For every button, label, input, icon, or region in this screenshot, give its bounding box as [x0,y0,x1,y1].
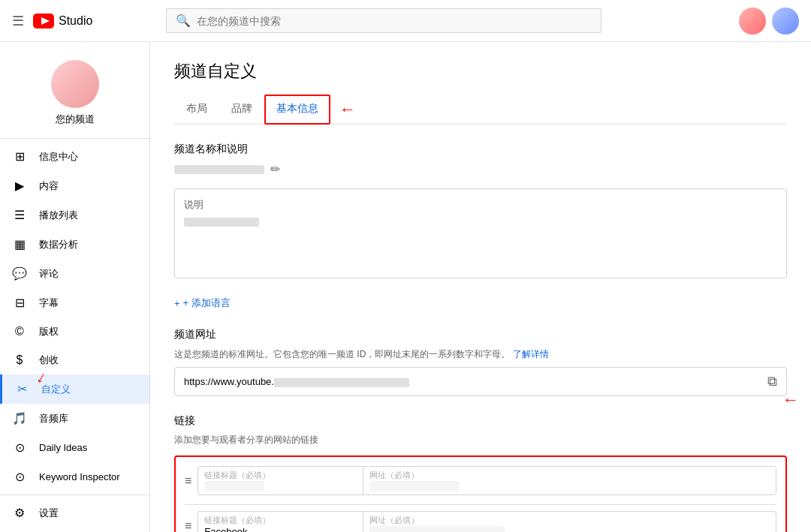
sidebar-item-customize[interactable]: ✂ 自定义 [0,374,149,404]
sidebar-label-dashboard: 信息中心 [39,150,78,164]
tab-brand[interactable]: 品牌 [219,95,264,125]
url-desc-text: 这是您频道的标准网址。它包含您的唯一频道 ID，即网址末尾的一系列数字和字母。 [174,349,510,359]
divider [0,138,149,139]
sidebar-label-copyright: 版权 [39,325,59,338]
drag-handle-2[interactable]: ≡ [185,519,191,532]
daily-ideas-icon: ⊙ [12,440,27,455]
link-row-1: ≡ 链接标题（必填） 网址（必填） [185,466,776,495]
layout: 您的频道 ⊞ 信息中心 ▶ 内容 ☰ 播放列表 ▦ 数据分析 💬 评论 ⊟ 字幕… [0,42,811,532]
studio-label: Studio [59,14,92,28]
link1-title-placeholder: 链接标题（必填） [204,470,357,481]
desc-content-blurred [184,218,259,227]
sidebar: 您的频道 ⊞ 信息中心 ▶ 内容 ☰ 播放列表 ▦ 数据分析 💬 评论 ⊟ 字幕… [0,42,150,532]
link1-title-value[interactable] [204,481,264,491]
tab-layout[interactable]: 布局 [174,95,219,125]
comments-icon: 💬 [12,266,27,281]
copyright-icon: © [12,325,27,338]
sidebar-item-subtitles[interactable]: ⊟ 字幕 [0,288,149,317]
sidebar-label-audio: 音频库 [39,412,68,425]
sidebar-item-copyright[interactable]: © 版权 [0,317,149,346]
add-language-icon: + [174,298,180,309]
links-description: 添加您要与观看者分享的网站的链接 [174,434,787,446]
sidebar-item-content[interactable]: ▶ 内容 [0,171,149,200]
link2-url-placeholder: 网址（必填） [369,515,770,526]
link2-title-placeholder: 链接标题（必填） [204,515,357,526]
keyword-icon: ⊙ [12,470,27,484]
url-prefix: https://www.youtube. [184,376,274,387]
sidebar-item-dashboard[interactable]: ⊞ 信息中心 [0,142,149,171]
youtube-icon [33,14,54,29]
tab-basic[interactable]: 基本信息 [264,95,330,125]
divider2 [0,494,149,495]
url-section: 频道网址 这是您频道的标准网址。它包含您的唯一频道 ID，即网址末尾的一系列数字… [174,328,787,396]
sidebar-item-analytics[interactable]: ▦ 数据分析 [0,230,149,259]
learn-more-link[interactable]: 了解详情 [513,349,549,359]
url-description: 这是您频道的标准网址。它包含您的唯一频道 ID，即网址末尾的一系列数字和字母。 … [174,347,787,361]
url-title: 频道网址 [174,328,787,341]
description-box[interactable]: 说明 [174,188,787,278]
channel-name: 您的频道 [56,113,95,126]
sidebar-label-settings: 设置 [39,506,59,520]
links-section: 链接 添加您要与观看者分享的网站的链接 ≡ 链接标题（必填） 网址（必填） [174,414,787,532]
avatar-blurred-1 [739,8,766,35]
channel-name-blurred [174,165,264,174]
analytics-icon: ▦ [12,237,27,251]
customize-icon: ✂ [14,382,29,396]
url-text: https://www.youtube. [184,376,767,387]
link1-url-value[interactable] [369,481,460,491]
sidebar-item-playlists[interactable]: ☰ 播放列表 [0,200,149,230]
settings-icon: ⚙ [12,506,27,520]
url-input-row: https://www.youtube. ⧉ [174,367,787,396]
subtitles-icon: ⊟ [12,296,27,310]
dashboard-icon: ⊞ [12,149,27,164]
link2-title-value[interactable]: Facebook [204,526,357,532]
search-bar[interactable]: 🔍 [166,8,601,33]
link-divider [185,504,776,505]
link-inputs-1: 链接标题（必填） 网址（必填） [197,466,776,495]
content-icon: ▶ [12,179,27,193]
link-row-2: ≡ 链接标题（必填） Facebook 网址（必填） [185,511,776,532]
add-language-label: + 添加语言 [183,296,231,310]
channel-name-row: ✏ [174,162,787,176]
sidebar-item-comments[interactable]: 💬 评论 [0,259,149,288]
sidebar-label-daily-ideas: Daily Ideas [39,442,87,453]
copy-url-icon[interactable]: ⧉ [767,374,777,389]
edit-channel-name-icon[interactable]: ✏ [270,162,280,176]
sidebar-item-keyword[interactable]: ⊙ Keyword Inspector [0,462,149,491]
sidebar-label-keyword: Keyword Inspector [39,471,120,482]
menu-icon[interactable]: ☰ [12,13,24,29]
desc-label: 说明 [184,198,777,212]
avatar-area [739,8,799,35]
links-box: ≡ 链接标题（必填） 网址（必填） ≡ [174,455,787,532]
sidebar-label-analytics: 数据分析 [39,238,78,251]
sidebar-item-audio[interactable]: 🎵 音频库 [0,404,149,433]
link1-url-placeholder: 网址（必填） [369,470,770,481]
sidebar-label-content: 内容 [39,179,59,193]
sidebar-label-customize: 自定义 [41,383,71,396]
channel-name-section: 频道名称和说明 ✏ 说明 [174,143,787,278]
sidebar-item-settings[interactable]: ⚙ 设置 [0,498,149,527]
avatar-blurred-2 [772,8,799,35]
sidebar-label-playlists: 播放列表 [39,209,78,222]
channel-name-title: 频道名称和说明 [174,143,787,156]
link2-url-value [369,526,505,532]
tabs: 布局 品牌 基本信息 ← [174,95,787,125]
add-language-button[interactable]: + + 添加语言 [174,296,787,310]
links-title: 链接 [174,414,787,428]
drag-handle-1[interactable]: ≡ [185,474,191,488]
monetize-icon: $ [12,353,27,367]
page-title: 频道自定义 [174,60,787,83]
link-inputs-2: 链接标题（必填） Facebook 网址（必填） [197,511,776,532]
playlists-icon: ☰ [12,208,27,222]
sidebar-label-subtitles: 字幕 [39,296,59,310]
audio-icon: 🎵 [12,411,27,425]
logo: Studio [33,14,92,29]
url-blurred [274,378,409,387]
topbar: ☰ Studio 🔍 [0,0,811,42]
sidebar-label-monetize: 创收 [39,353,59,367]
sidebar-item-daily-ideas[interactable]: ⊙ Daily Ideas [0,433,149,462]
tab-arrow-indicator: ← [339,100,356,119]
search-input[interactable] [197,15,592,27]
sidebar-item-monetize[interactable]: $ 创收 [0,346,149,374]
channel-avatar [51,60,99,108]
